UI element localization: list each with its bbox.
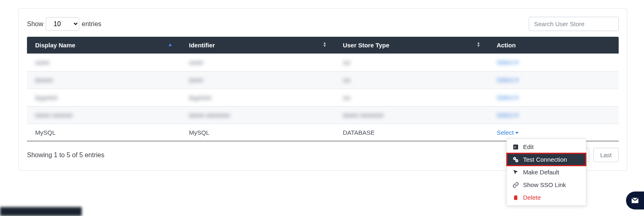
col-label: User Store Type xyxy=(343,42,389,49)
page-last-button[interactable]: Last xyxy=(593,148,619,162)
cell-type: M### ####### xyxy=(343,112,384,119)
cursor-icon xyxy=(512,169,519,176)
dropdown-label: Edit xyxy=(523,143,534,150)
table-row: Big#### Big#### A# Select ▾ xyxy=(27,89,619,107)
action-select[interactable]: Select ▾ xyxy=(496,76,519,84)
cell-identifier: Big#### xyxy=(189,94,211,101)
dropdown-make-default[interactable]: Make Default xyxy=(507,166,586,178)
action-select[interactable]: Select ▾ xyxy=(496,59,519,66)
table-row: M### ###### M### ####### M### ####### Se… xyxy=(27,107,619,124)
search-input[interactable] xyxy=(529,17,619,31)
link-icon xyxy=(512,182,519,188)
gears-icon xyxy=(512,156,519,163)
svg-point-2 xyxy=(514,158,515,159)
cell-display-name: M### ###### xyxy=(35,112,73,119)
action-select[interactable]: Select xyxy=(496,129,519,136)
caret-down-icon xyxy=(515,132,519,134)
table-info: Showing 1 to 5 of 5 entries xyxy=(27,151,104,159)
user-store-table: Display Name ▲ Identifier ▲▼ User Store … xyxy=(27,37,619,141)
cell-identifier: M### ####### xyxy=(189,112,230,119)
page-length-control: Show 10 entries xyxy=(27,17,101,31)
cell-type: DATABASE xyxy=(343,129,375,136)
cell-display-name: A### xyxy=(35,59,49,66)
page-length-select[interactable]: 10 xyxy=(46,17,79,31)
dropdown-delete[interactable]: Delete xyxy=(507,191,586,204)
action-select[interactable]: Select ▾ xyxy=(496,111,519,119)
svg-point-4 xyxy=(516,160,517,161)
action-label: Select xyxy=(496,129,514,136)
mail-icon xyxy=(631,196,640,205)
sort-icon: ▲▼ xyxy=(323,42,326,47)
dropdown-label: Make Default xyxy=(523,169,559,176)
col-label: Display Name xyxy=(35,42,75,49)
col-label: Action xyxy=(496,42,516,49)
edit-icon xyxy=(512,144,519,150)
table-top-bar: Show 10 entries xyxy=(27,17,619,31)
cell-identifier: B### xyxy=(189,77,203,84)
table-row: A### A### A# Select ▾ xyxy=(27,54,619,71)
cell-display-name: B#### xyxy=(35,77,53,84)
cell-display-name: Big#### xyxy=(35,94,58,101)
sort-asc-icon: ▲ xyxy=(168,42,173,47)
table-row: B#### B### A# Select ▾ xyxy=(27,71,619,89)
action-select[interactable]: Select ▾ xyxy=(496,94,519,101)
col-user-store-type[interactable]: User Store Type ▲▼ xyxy=(335,37,488,54)
col-action: Action xyxy=(488,37,619,54)
entries-label: entries xyxy=(82,20,101,28)
col-label: Identifier xyxy=(189,42,215,49)
obscured-bar xyxy=(0,207,82,216)
trash-icon xyxy=(512,194,519,201)
dropdown-label: Show SSO Link xyxy=(523,181,566,188)
search-container xyxy=(529,17,619,31)
sort-icon: ▲▼ xyxy=(476,42,480,47)
dropdown-test-connection[interactable]: Test Connection xyxy=(507,153,586,166)
mail-fab[interactable] xyxy=(626,192,644,209)
cell-identifier: A### xyxy=(189,59,203,66)
col-identifier[interactable]: Identifier ▲▼ xyxy=(181,37,334,54)
dropdown-label: Test Connection xyxy=(523,156,567,163)
dropdown-show-sso[interactable]: Show SSO Link xyxy=(507,178,586,191)
cell-type: A# xyxy=(343,59,350,66)
action-dropdown: Edit Test Connection Make Default Show S… xyxy=(506,138,586,206)
dropdown-label: Delete xyxy=(523,194,541,201)
cell-type: A# xyxy=(343,94,350,101)
col-display-name[interactable]: Display Name ▲ xyxy=(27,37,181,54)
dropdown-edit[interactable]: Edit xyxy=(507,140,586,153)
show-label: Show xyxy=(27,20,43,28)
cell-display-name: MySQL xyxy=(35,129,56,136)
cell-type: A# xyxy=(343,77,350,84)
cell-identifier: MySQL xyxy=(189,129,209,136)
